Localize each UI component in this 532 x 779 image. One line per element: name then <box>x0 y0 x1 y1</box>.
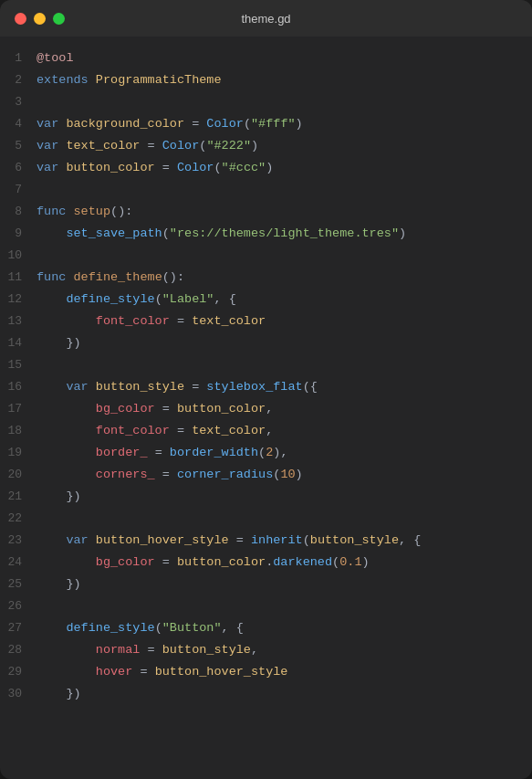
token: = <box>140 139 162 153</box>
code-area[interactable]: 1@tool2extends ProgrammaticTheme34var ba… <box>0 37 532 779</box>
token: "#222" <box>206 139 251 153</box>
code-line: 5var text_color = Color("#222") <box>0 135 532 157</box>
line-content: hover = button_hover_style <box>37 662 532 682</box>
code-line: 1@tool <box>0 47 532 69</box>
token: @tool <box>37 51 74 65</box>
token <box>37 621 66 635</box>
token: corner_radius <box>177 468 273 481</box>
token: font_color <box>96 424 170 437</box>
code-line: 12 define_style("Label", { <box>0 289 532 311</box>
token: inherit <box>251 533 303 547</box>
token: Color <box>206 117 244 131</box>
token: func <box>37 270 66 284</box>
token <box>89 73 96 87</box>
token: var <box>37 161 58 174</box>
token: set_save_path <box>66 226 162 240</box>
token: }) <box>37 577 81 591</box>
line-number: 29 <box>0 662 37 682</box>
line-number: 11 <box>0 268 37 288</box>
token: , <box>266 402 273 416</box>
code-line: 27 define_style("Button", { <box>0 617 532 639</box>
line-content: bg_color = button_color.darkened(0.1) <box>37 553 532 573</box>
line-content: define_style("Button", { <box>37 618 532 638</box>
line-content: var button_hover_style = inherit(button_… <box>37 531 532 551</box>
token <box>37 292 66 306</box>
token: var <box>37 117 58 131</box>
line-number: 28 <box>0 640 37 660</box>
line-content: extends ProgrammaticTheme <box>37 70 532 90</box>
token: "#fff" <box>251 117 296 131</box>
editor-window: theme.gd 1@tool2extends ProgrammaticThem… <box>0 0 532 779</box>
code-line: 7 <box>0 179 532 201</box>
token: = <box>184 380 206 394</box>
line-content: func define_theme(): <box>37 268 532 288</box>
line-content: }) <box>37 574 532 595</box>
token <box>37 468 96 481</box>
code-line: 19 border_ = border_width(2), <box>0 442 532 464</box>
code-line: 24 bg_color = button_color.darkened(0.1) <box>0 552 532 574</box>
token: var <box>66 380 88 394</box>
line-content: corners_ = corner_radius(10) <box>37 465 532 485</box>
line-number: 8 <box>0 202 37 222</box>
token: stylebox_flat <box>206 380 302 394</box>
token: extends <box>37 73 89 87</box>
token: ProgrammaticTheme <box>96 73 222 87</box>
line-number: 15 <box>0 355 37 375</box>
line-number: 22 <box>0 509 37 529</box>
token: darkened <box>273 555 332 569</box>
traffic-lights <box>15 13 65 25</box>
token: ), <box>273 446 287 459</box>
token: setup <box>74 205 111 218</box>
line-number: 17 <box>0 399 37 419</box>
token: = <box>140 643 162 657</box>
token: = <box>148 446 170 459</box>
code-line: 23 var button_hover_style = inherit(butt… <box>0 530 532 552</box>
title-bar: theme.gd <box>0 0 532 37</box>
token <box>37 555 96 569</box>
code-line: 13 font_color = text_color <box>0 311 532 332</box>
line-content: @tool <box>37 48 532 68</box>
token: define_style <box>66 621 154 635</box>
token: bg_color <box>96 555 155 569</box>
token: button_color <box>177 402 266 416</box>
line-number: 26 <box>0 596 37 616</box>
token: button_style <box>310 533 399 547</box>
token: = <box>170 314 192 328</box>
code-line: 30 }) <box>0 683 532 705</box>
token <box>37 226 66 240</box>
line-number: 5 <box>0 136 37 156</box>
token: button_style <box>162 643 251 657</box>
line-number: 12 <box>0 289 37 310</box>
token <box>66 205 73 218</box>
token <box>37 402 96 416</box>
code-line: 29 hover = button_hover_style <box>0 661 532 683</box>
line-content: normal = button_style, <box>37 640 532 660</box>
token: Color <box>162 139 200 153</box>
token: = <box>155 468 177 481</box>
token: , { <box>222 621 244 635</box>
token: "res://themes/light_theme.tres" <box>170 226 399 240</box>
close-button[interactable] <box>15 13 26 25</box>
line-number: 21 <box>0 487 37 507</box>
code-line: 3 <box>0 91 532 113</box>
token: 10 <box>280 468 295 481</box>
code-line: 26 <box>0 595 532 617</box>
code-line: 4var background_color = Color("#fff") <box>0 113 532 135</box>
code-line: 25 }) <box>0 574 532 595</box>
token: = <box>229 533 251 547</box>
token: }) <box>37 687 81 700</box>
token: ( <box>214 161 221 174</box>
maximize-button[interactable] <box>53 13 65 25</box>
token <box>89 533 96 547</box>
token: button_hover_style <box>155 665 288 679</box>
token: , { <box>399 533 421 547</box>
token: ( <box>162 226 170 240</box>
minimize-button[interactable] <box>34 13 46 25</box>
token: hover <box>96 665 133 679</box>
token: = <box>155 402 177 416</box>
code-line: 20 corners_ = corner_radius(10) <box>0 464 532 486</box>
token: ( <box>258 446 266 459</box>
token: (): <box>110 205 132 218</box>
token: bg_color <box>96 402 155 416</box>
line-number: 4 <box>0 114 37 134</box>
